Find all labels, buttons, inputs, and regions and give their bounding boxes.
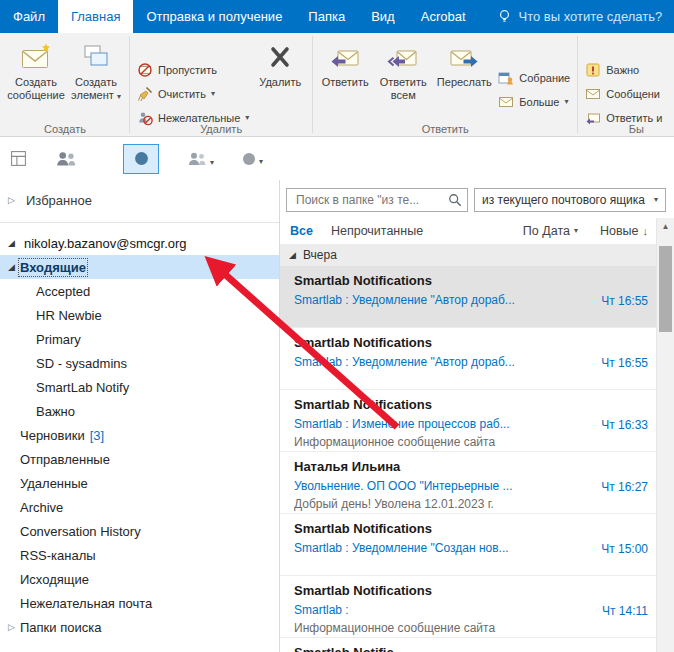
cleanup-label: Очистить (158, 88, 206, 100)
unread-count: [3] (90, 428, 104, 443)
sort-order-toggle[interactable]: Новые ↓ (600, 224, 648, 238)
tell-me-label: Что вы хотите сделать? (519, 9, 663, 24)
chevron-down-icon: ▾ (117, 92, 121, 101)
quickstep-important-button[interactable]: Важно (582, 60, 665, 80)
forward-label: Переслать (437, 76, 492, 89)
reply-all-button[interactable]: Ответить всем (373, 36, 433, 102)
tab-home[interactable]: Главная (58, 0, 133, 33)
chevron-down-icon: ▾ (259, 158, 263, 166)
tab-folder[interactable]: Папка (295, 0, 358, 33)
chevron-down-icon: ▾ (210, 159, 214, 167)
forward-button[interactable]: Переслать (433, 36, 495, 89)
folder-label: SD - sysadmins (36, 356, 127, 371)
folder-sd-sysadmins[interactable]: SD - sysadmins (0, 351, 279, 375)
search-icon[interactable] (448, 193, 462, 207)
presence-circle-button[interactable] (123, 144, 159, 174)
selected-highlight (123, 144, 159, 174)
scroll-up-button[interactable]: ▲ (657, 218, 674, 235)
delete-button[interactable]: Удалить (252, 36, 308, 89)
ribbon-group-quick-steps: Важно Сообщени (578, 33, 674, 136)
cleanup-button[interactable]: Очистить ▾ (134, 84, 252, 104)
search-row: из текущего почтового ящика ▾ (280, 180, 674, 218)
account-header[interactable]: ◢ nikolay.bazanov@smcgr.org (0, 231, 279, 255)
status-circle-dropdown-button[interactable]: ▾ (242, 152, 263, 166)
forward-icon (448, 41, 480, 73)
expand-icon[interactable]: ▷ (8, 195, 18, 205)
folder-important[interactable]: Важно (0, 399, 279, 423)
filter-tab-unread[interactable]: Непрочитанные (331, 224, 423, 238)
folder-junk[interactable]: Нежелательная почта (0, 591, 279, 615)
folder-primary[interactable]: Primary (0, 327, 279, 351)
folder-label: Primary (36, 332, 81, 347)
search-scope-dropdown[interactable]: из текущего почтового ящика ▾ (474, 188, 666, 212)
more-button[interactable]: Больше ▾ (495, 92, 573, 112)
reply-button[interactable]: Ответить (317, 36, 373, 89)
chevron-down-icon: ▾ (654, 196, 658, 204)
collapse-icon[interactable]: ◢ (8, 238, 18, 248)
folder-inbox[interactable]: ◢ Входящие (0, 255, 279, 279)
folder-label: Accepted (36, 284, 90, 299)
email-preview: Информационное сообщение сайта (294, 435, 648, 449)
chevron-down-icon: ▾ (211, 90, 215, 98)
expand-icon[interactable]: ▷ (8, 622, 18, 632)
email-time: Чт 16:55 (601, 294, 648, 308)
filter-tab-all[interactable]: Все (290, 224, 313, 238)
ignore-button[interactable]: Пропустить (134, 60, 252, 80)
folder-conversation-history[interactable]: Conversation History (0, 519, 279, 543)
folder-sent[interactable]: Отправленные (0, 447, 279, 471)
group-label-delete: Удалить (130, 123, 312, 135)
tab-file[interactable]: Файл (0, 0, 58, 33)
date-group-label: Вчера (303, 248, 337, 262)
sort-by-dropdown[interactable]: По Дата ▾ (523, 224, 578, 238)
email-list-item[interactable]: Smartlab Notifications Smartlab : Измене… (280, 390, 656, 452)
folder-hr-newbie[interactable]: HR Newbie (0, 303, 279, 327)
email-list-item[interactable]: Smartlab Notifications Smartlab : Уведом… (280, 514, 656, 576)
collapse-icon[interactable]: ◢ (8, 262, 18, 272)
new-item-button[interactable]: Создать элемент ▾ (67, 36, 125, 102)
folder-label: HR Newbie (36, 308, 102, 323)
email-list-item[interactable]: Smartlab Notific... (280, 638, 656, 652)
scrollbar[interactable]: ▲ (656, 218, 674, 652)
folder-drafts[interactable]: Черновики [3] (0, 423, 279, 447)
scrollbar-thumb[interactable] (659, 246, 672, 332)
folder-search-folders[interactable]: ▷ Папки поиска (0, 615, 279, 639)
tab-send-receive[interactable]: Отправка и получение (133, 0, 295, 33)
folder-outbox[interactable]: Исходящие (0, 567, 279, 591)
presence-circle-icon (134, 151, 149, 166)
grid-button[interactable] (10, 150, 27, 167)
people-dropdown-button[interactable]: ▾ (187, 151, 214, 167)
email-subject: Smartlab : Уведомление "Автор дораб... (294, 293, 648, 307)
gray-circle-icon (242, 152, 256, 166)
tab-acrobat[interactable]: Acrobat (408, 0, 479, 33)
quickstep-important-label: Важно (606, 64, 639, 76)
date-group-header[interactable]: ◢ Вчера (280, 244, 656, 266)
outlook-window: Файл Главная Отправка и получение Папка … (0, 0, 674, 652)
folder-rss[interactable]: RSS-каналы (0, 543, 279, 567)
email-list-item[interactable]: Smartlab Notifications Smartlab : Информ… (280, 576, 656, 638)
folder-label: Исходящие (20, 572, 89, 587)
collapse-icon[interactable]: ◢ (289, 250, 296, 260)
tell-me-box[interactable]: Что вы хотите сделать? (487, 0, 673, 33)
folder-deleted[interactable]: Удаленные (0, 471, 279, 495)
folder-accepted[interactable]: Accepted (0, 279, 279, 303)
email-list-item[interactable]: Наталья Ильина Увольнение. ОП ООО "Интер… (280, 452, 656, 514)
folder-archive[interactable]: Archive (0, 495, 279, 519)
search-input[interactable] (294, 192, 448, 208)
people-button[interactable] (55, 150, 77, 168)
search-box[interactable] (286, 188, 468, 212)
meeting-button[interactable]: Собрание (495, 68, 573, 88)
ignore-icon (137, 62, 153, 78)
quickstep-message-button[interactable]: Сообщени (582, 84, 665, 104)
email-list-item[interactable]: Smartlab Notifications Smartlab : Уведом… (280, 328, 656, 390)
tab-view[interactable]: Вид (358, 0, 408, 33)
favorites-section[interactable]: ▷ Избранное (0, 184, 279, 216)
folder-smartlab-notify[interactable]: SmartLab Notify (0, 375, 279, 399)
email-list-item[interactable]: Smartlab Notifications Smartlab : Уведом… (280, 266, 656, 328)
ribbon-group-new: Создать сообщение Создать элемент ▾ Созд… (1, 33, 129, 136)
addin-toolbar: ▾ ▾ (0, 137, 674, 180)
email-sender: Smartlab Notific... (294, 645, 648, 652)
folder-label: Archive (20, 500, 63, 515)
chevron-down-icon: ▾ (574, 227, 578, 235)
new-message-button[interactable]: Создать сообщение (5, 36, 67, 102)
sort-by-label: По Дата (523, 224, 570, 238)
